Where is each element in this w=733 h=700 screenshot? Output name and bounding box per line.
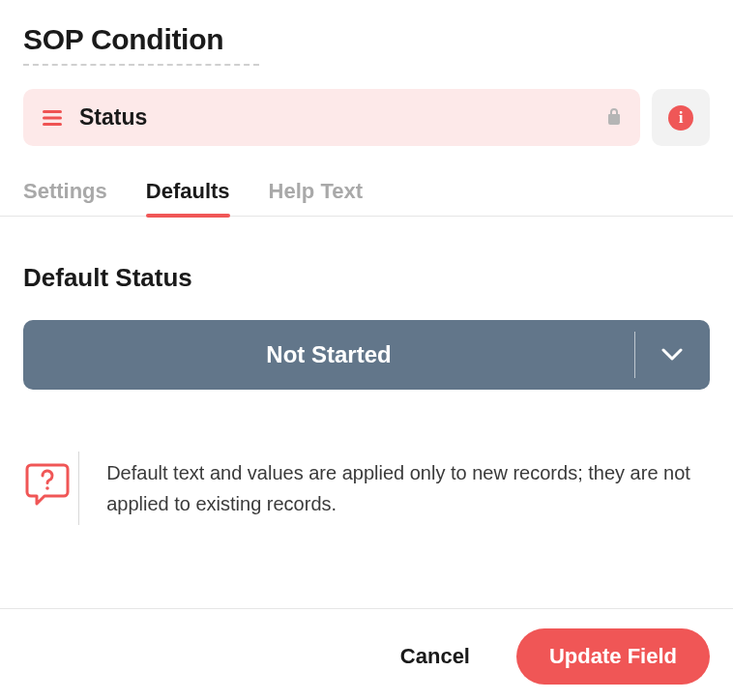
svg-point-3 — [45, 486, 49, 490]
info-button[interactable]: i — [652, 89, 710, 146]
svg-rect-1 — [43, 116, 62, 119]
field-pill: Status — [23, 89, 640, 146]
chevron-down-icon — [634, 320, 710, 390]
tab-help-text[interactable]: Help Text — [269, 179, 363, 216]
field-name: Status — [79, 104, 590, 131]
footer: Cancel Update Field — [0, 608, 733, 700]
dropdown-selected-label: Not Started — [23, 320, 634, 390]
menu-lines-icon — [43, 110, 62, 126]
help-bubble-icon — [23, 459, 72, 511]
tab-defaults[interactable]: Defaults — [146, 179, 230, 216]
lock-icon — [607, 107, 621, 129]
tabs: Settings Defaults Help Text — [23, 179, 710, 216]
section-title: Default Status — [23, 263, 710, 293]
default-status-dropdown[interactable]: Not Started — [23, 320, 710, 390]
svg-rect-0 — [43, 110, 62, 113]
svg-rect-2 — [43, 123, 62, 126]
tab-settings[interactable]: Settings — [23, 179, 107, 216]
cancel-button[interactable]: Cancel — [400, 644, 470, 669]
info-icon: i — [668, 105, 693, 131]
title-underline — [23, 64, 259, 66]
update-field-button[interactable]: Update Field — [516, 628, 710, 685]
field-row: Status i — [23, 89, 710, 146]
page-title: SOP Condition — [23, 23, 710, 56]
hint-text: Default text and values are applied only… — [79, 457, 710, 519]
tabs-divider — [0, 216, 733, 217]
hint-row: Default text and values are applied only… — [23, 457, 710, 519]
